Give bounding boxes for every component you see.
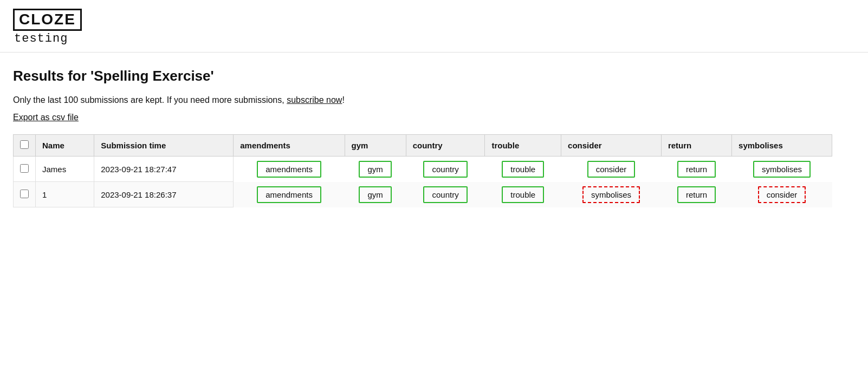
table-row: 12023-09-21 18:26:37amendmentsgymcountry… [14,182,832,207]
table-row: James2023-09-21 18:27:47amendmentsgymcou… [14,156,832,182]
logo-testing-text: testing [13,32,82,45]
col-header-name: Name [36,134,94,156]
col-header-checkbox [14,134,36,156]
row-answer-gym: gym [345,156,406,182]
col-header-country: country [406,134,485,156]
row-answer-gym: gym [345,182,406,207]
export-csv-link[interactable]: Export as csv file [13,113,79,122]
col-header-symbolises: symbolises [732,134,832,156]
row-answer-symbolises: symbolises [732,156,832,182]
table-header: Name Submission time amendments gym coun… [14,134,832,156]
logo-cloze-text: CLOZE [13,9,82,31]
row-answer-amendments: amendments [234,156,345,182]
row-checkbox-cell [14,182,36,207]
col-header-return: return [661,134,731,156]
row-checkbox[interactable] [20,190,29,198]
row-name: 1 [36,182,94,207]
site-header: CLOZE testing [0,0,868,53]
row-submission-time: 2023-09-21 18:26:37 [94,182,234,207]
col-header-consider: consider [561,134,662,156]
logo[interactable]: CLOZE testing [13,9,82,45]
table-header-row: Name Submission time amendments gym coun… [14,134,832,156]
row-answer-return: return [661,156,731,182]
info-text: Only the last 100 submissions are kept. … [13,95,832,105]
col-header-trouble: trouble [485,134,561,156]
row-answer-trouble: trouble [485,156,561,182]
table-body: James2023-09-21 18:27:47amendmentsgymcou… [14,156,832,207]
row-answer-amendments: amendments [234,182,345,207]
row-answer-consider: consider [561,156,662,182]
col-header-gym: gym [345,134,406,156]
row-answer-trouble: trouble [485,182,561,207]
info-text-before: Only the last 100 submissions are kept. … [13,95,287,105]
results-table: Name Submission time amendments gym coun… [13,134,832,208]
row-submission-time: 2023-09-21 18:27:47 [94,156,234,182]
row-answer-country: country [406,156,485,182]
row-checkbox-cell [14,156,36,182]
col-header-amendments: amendments [234,134,345,156]
page-title: Results for 'Spelling Exercise' [13,68,832,84]
info-text-after: ! [342,95,344,105]
select-all-checkbox[interactable] [20,140,29,149]
row-answer-return: return [661,182,731,207]
row-name: James [36,156,94,182]
row-checkbox[interactable] [20,164,29,173]
col-header-submission-time: Submission time [94,134,234,156]
main-content: Results for 'Spelling Exercise' Only the… [0,53,845,230]
row-answer-country: country [406,182,485,207]
subscribe-link[interactable]: subscribe now [287,95,342,105]
row-answer-symbolises: consider [732,182,832,207]
row-answer-consider: symbolises [561,182,662,207]
